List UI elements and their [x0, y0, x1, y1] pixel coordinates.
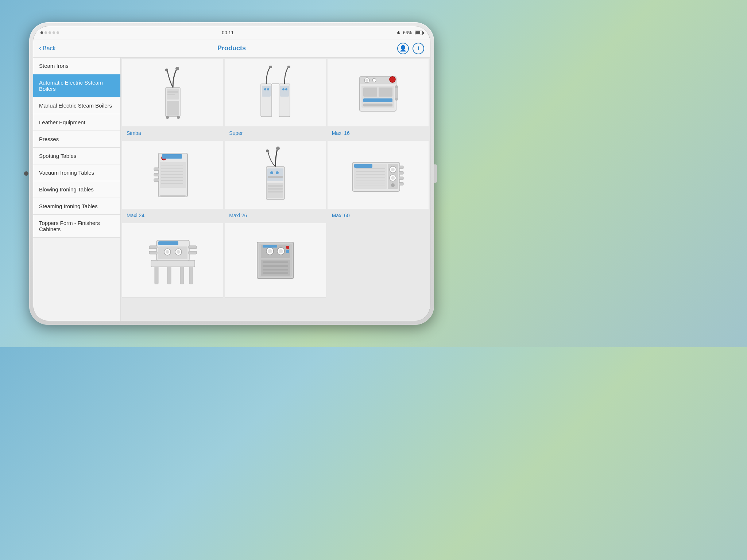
product-name-super: Super [229, 130, 243, 136]
svg-point-14 [267, 88, 269, 90]
sidebar-item-manual-electric-boilers[interactable]: Manual Electric Steam Boilers [33, 97, 120, 114]
battery-percent: 66% [403, 30, 412, 35]
svg-point-54 [276, 147, 280, 150]
product-card-super[interactable]: Super [225, 59, 326, 139]
signal-dot-5 [57, 31, 59, 34]
signal-dots [40, 31, 59, 34]
svg-rect-27 [363, 88, 377, 97]
sidebar-item-steaming-ironing-tables[interactable]: Steaming Ironing Tables [33, 198, 120, 215]
user-profile-button[interactable]: 👤 [397, 43, 409, 54]
sidebar-item-presses[interactable]: Presses [33, 131, 120, 148]
product-label-maxi26: Maxi 26 [225, 209, 326, 222]
svg-rect-2 [167, 101, 179, 116]
sidebar-item-leather-equipment[interactable]: Leather Equipment [33, 114, 120, 131]
svg-rect-28 [379, 88, 392, 97]
product-name-simba: Simba [127, 130, 141, 136]
product-card-maxi16[interactable]: Maxi 16 [328, 59, 429, 139]
svg-rect-107 [263, 261, 288, 263]
status-time: 00:11 [222, 30, 234, 35]
svg-rect-108 [263, 265, 288, 267]
svg-rect-82 [180, 266, 184, 284]
product-label-maxi16: Maxi 16 [328, 127, 429, 139]
svg-point-52 [276, 171, 279, 174]
sidebar-item-vacuum-ironing-tables[interactable]: Vacuum Ironing Tables [33, 164, 120, 181]
status-right: ✱ 66% [396, 30, 423, 35]
product-image-maxi24 [122, 141, 223, 209]
svg-rect-75 [354, 164, 372, 168]
left-dot [24, 171, 28, 176]
svg-rect-77 [399, 171, 403, 174]
product-name-maxi60: Maxi 60 [332, 213, 350, 218]
info-icon: i [418, 45, 419, 52]
svg-point-74 [391, 183, 395, 187]
simba-illustration [155, 66, 191, 120]
page-title: Products [217, 44, 246, 52]
svg-rect-57 [268, 185, 283, 187]
sidebar-item-steam-irons[interactable]: Steam Irons [33, 58, 120, 74]
svg-point-100 [268, 249, 272, 253]
svg-rect-47 [154, 179, 159, 182]
svg-point-102 [279, 249, 283, 253]
product-card-maxi60[interactable]: Maxi 60 [328, 141, 429, 222]
signal-dot-1 [40, 31, 43, 34]
sidebar-item-spotting-tables[interactable]: Spotting Tables [33, 148, 120, 164]
svg-point-4 [177, 116, 180, 119]
svg-rect-44 [162, 154, 182, 159]
svg-rect-53 [268, 176, 283, 178]
sidebar-item-auto-electric-boilers[interactable]: Automatic Electric Ssteam Boilers [33, 74, 120, 97]
sidebar-item-blowing-ironing-tables[interactable]: Blowing Ironing Tables [33, 181, 120, 198]
sidebar: Steam Irons Automatic Electric Ssteam Bo… [33, 58, 121, 321]
bluetooth-icon: ✱ [396, 30, 400, 35]
product-image-maxi60 [328, 141, 429, 209]
user-icon: 👤 [399, 45, 407, 52]
product-card-maxi26[interactable]: Maxi 26 [225, 141, 326, 222]
unit8-illustration [252, 235, 299, 286]
product-name-maxi26: Maxi 26 [229, 213, 247, 218]
product-label-unit8 [225, 297, 326, 303]
svg-rect-46 [154, 173, 159, 176]
svg-point-33 [395, 98, 398, 101]
signal-dot-4 [53, 31, 55, 34]
svg-rect-110 [263, 272, 288, 274]
product-label-simba: Simba [122, 127, 223, 139]
svg-rect-87 [158, 246, 187, 259]
info-button[interactable]: i [413, 43, 424, 54]
svg-point-16 [285, 88, 287, 90]
svg-point-71 [391, 168, 395, 171]
scroll-handle[interactable] [434, 164, 437, 183]
product-label-unit7 [122, 297, 223, 303]
svg-rect-78 [399, 177, 403, 180]
svg-rect-59 [268, 191, 283, 192]
signal-dot-2 [44, 31, 47, 34]
svg-rect-104 [286, 250, 289, 253]
svg-rect-58 [268, 188, 283, 190]
maxi16-illustration [354, 69, 402, 117]
main-content: Steam Irons Automatic Electric Ssteam Bo… [33, 58, 430, 321]
product-card-maxi24[interactable]: Maxi 24 [122, 141, 223, 222]
product-label-maxi60: Maxi 60 [328, 209, 429, 222]
svg-rect-105 [263, 245, 277, 248]
nav-bar: ‹ Back Products 👤 i [33, 39, 430, 58]
svg-rect-80 [155, 266, 158, 284]
svg-point-15 [282, 88, 285, 90]
back-button[interactable]: ‹ Back [39, 44, 56, 52]
svg-point-55 [266, 149, 269, 152]
maxi24-illustration [151, 148, 195, 202]
sidebar-item-toppers-form-finishers[interactable]: Toppers Form - Finishers Cabinets [33, 215, 120, 238]
product-image-maxi26 [225, 141, 326, 209]
product-card-unit8[interactable] [225, 223, 326, 303]
svg-point-73 [391, 176, 395, 180]
svg-rect-7 [167, 91, 178, 93]
svg-rect-79 [399, 182, 403, 185]
svg-rect-84 [151, 260, 195, 267]
maxi60-illustration [351, 153, 405, 197]
product-card-simba[interactable]: Simba [122, 59, 223, 139]
products-grid: Simba [122, 59, 429, 303]
products-area: Simba [121, 58, 430, 321]
product-card-unit7[interactable] [122, 223, 223, 303]
svg-rect-95 [189, 251, 197, 254]
signal-dot-3 [49, 31, 51, 34]
svg-point-24 [372, 78, 376, 82]
product-name-maxi24: Maxi 24 [127, 213, 144, 218]
super-illustration [253, 66, 297, 120]
